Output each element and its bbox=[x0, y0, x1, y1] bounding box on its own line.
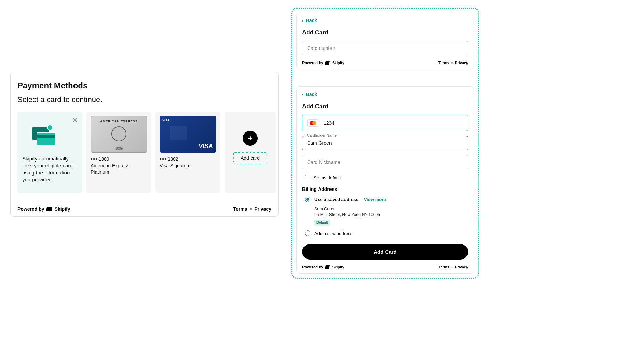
add-new-radio[interactable] bbox=[305, 230, 310, 236]
brand-name: Skipify bbox=[332, 265, 344, 269]
cardholder-field: Cardholder Name Sam Green bbox=[302, 136, 468, 150]
info-tile: ✕ Skipify automatically links your eligi… bbox=[17, 112, 82, 193]
modal-title: Add Card bbox=[302, 29, 468, 36]
privacy-link[interactable]: Privacy bbox=[455, 61, 468, 65]
card-number-value: 1234 bbox=[324, 120, 334, 126]
add-card-button[interactable]: Add Card bbox=[302, 244, 468, 260]
chevron-left-icon: ‹ bbox=[302, 18, 304, 23]
footer-bar: Powered by Skipify Terms • Privacy bbox=[17, 202, 271, 212]
visa-logo: VISA bbox=[199, 143, 213, 150]
card-masked: •••• 1302 bbox=[160, 156, 216, 163]
use-saved-row: Use a saved address View more bbox=[305, 197, 468, 202]
visa-top-label: VISA bbox=[162, 118, 170, 122]
saved-address: 95 Mint Street, New York, NY 10005 bbox=[314, 212, 468, 218]
card-amex[interactable]: AMERICAN EXPRESS 1009 •••• 1009 American… bbox=[86, 112, 151, 193]
powered-by-text: Powered by bbox=[17, 206, 44, 212]
card-masked: •••• 1009 bbox=[91, 156, 147, 163]
panel-subtitle: Select a card to continue. bbox=[17, 95, 271, 104]
footer-links: Terms • Privacy bbox=[438, 265, 468, 269]
card-name: Visa Signature bbox=[160, 163, 216, 169]
card-visa[interactable]: VISA VISA •••• 1302 Visa Signature bbox=[156, 112, 220, 193]
add-card-tile[interactable]: + Add card bbox=[225, 112, 276, 193]
modal-title: Add Card bbox=[302, 103, 468, 110]
cardholder-input[interactable]: Sam Green bbox=[302, 136, 468, 150]
payment-methods-panel: Payment Methods Select a card to continu… bbox=[10, 72, 279, 217]
powered-by-text: Powered by bbox=[302, 61, 323, 65]
brand-name: Skipify bbox=[55, 206, 70, 212]
nickname-input[interactable] bbox=[302, 155, 468, 169]
use-saved-radio[interactable] bbox=[305, 197, 310, 202]
amex-card-image: AMERICAN EXPRESS 1009 bbox=[91, 116, 147, 153]
card-number-input-filled[interactable]: 1234 bbox=[302, 115, 468, 131]
mastercard-icon bbox=[307, 119, 319, 127]
modal-footer: Powered by Skipify Terms • Privacy bbox=[302, 61, 468, 65]
powered-by: Powered by Skipify bbox=[302, 265, 344, 269]
saved-address-block: Sam Green 95 Mint Street, New York, NY 1… bbox=[314, 206, 468, 226]
close-icon[interactable]: ✕ bbox=[72, 116, 78, 124]
saved-name: Sam Green bbox=[314, 206, 468, 212]
amex-centurion-icon bbox=[111, 126, 126, 141]
cardholder-label: Cardholder Name bbox=[306, 133, 338, 137]
terms-link[interactable]: Terms bbox=[233, 206, 247, 212]
powered-by: Powered by Skipify bbox=[302, 61, 344, 65]
panel-title: Payment Methods bbox=[17, 81, 271, 90]
set-default-row: Set as default bbox=[305, 175, 468, 180]
privacy-link[interactable]: Privacy bbox=[455, 265, 468, 269]
powered-by-text: Powered by bbox=[302, 265, 323, 269]
powered-by: Powered by Skipify bbox=[17, 206, 70, 212]
add-new-label: Add a new address bbox=[314, 231, 352, 236]
cards-icon bbox=[32, 126, 59, 150]
plus-icon[interactable]: + bbox=[243, 131, 258, 146]
privacy-link[interactable]: Privacy bbox=[254, 206, 271, 212]
brand-name: Skipify bbox=[332, 61, 344, 65]
footer-links: Terms • Privacy bbox=[438, 61, 468, 65]
default-badge: Default bbox=[314, 220, 330, 226]
chevron-left-icon: ‹ bbox=[302, 92, 304, 97]
card-name: American Express Platinum bbox=[91, 163, 147, 176]
skipify-icon bbox=[325, 61, 330, 65]
use-saved-label: Use a saved address bbox=[314, 197, 359, 202]
nickname-field bbox=[302, 155, 468, 169]
back-label: Back bbox=[306, 92, 317, 97]
card-number-input[interactable] bbox=[302, 41, 468, 55]
modal-footer: Powered by Skipify Terms • Privacy bbox=[302, 265, 468, 269]
add-card-label: Add card bbox=[233, 152, 267, 164]
billing-section-title: Billing Address bbox=[302, 186, 468, 192]
add-card-modal-empty: ‹ Back Add Card Powered by Skipify Terms… bbox=[296, 13, 474, 69]
highlight-container: ‹ Back Add Card Powered by Skipify Terms… bbox=[291, 8, 479, 279]
back-button[interactable]: ‹ Back bbox=[302, 18, 468, 23]
view-more-link[interactable]: View more bbox=[364, 197, 386, 202]
skipify-icon bbox=[325, 265, 330, 269]
info-text: Skipify automatically links your eligibl… bbox=[22, 155, 78, 183]
footer-links: Terms • Privacy bbox=[233, 206, 272, 212]
terms-link[interactable]: Terms bbox=[438, 61, 449, 65]
set-default-checkbox[interactable] bbox=[305, 175, 310, 180]
set-default-label: Set as default bbox=[314, 175, 341, 180]
back-button[interactable]: ‹ Back bbox=[302, 92, 468, 97]
cards-row: ✕ Skipify automatically links your eligi… bbox=[17, 112, 271, 193]
terms-link[interactable]: Terms bbox=[438, 265, 449, 269]
amex-brand: AMERICAN EXPRESS bbox=[91, 120, 147, 123]
add-new-row: Add a new address bbox=[305, 230, 468, 236]
back-label: Back bbox=[306, 18, 317, 23]
amex-last4: 1009 bbox=[115, 146, 123, 150]
skipify-icon bbox=[46, 207, 52, 211]
add-card-modal-filled: ‹ Back Add Card 1234 Cardholder Name Sam… bbox=[296, 86, 474, 274]
visa-card-image: VISA VISA bbox=[160, 116, 216, 153]
